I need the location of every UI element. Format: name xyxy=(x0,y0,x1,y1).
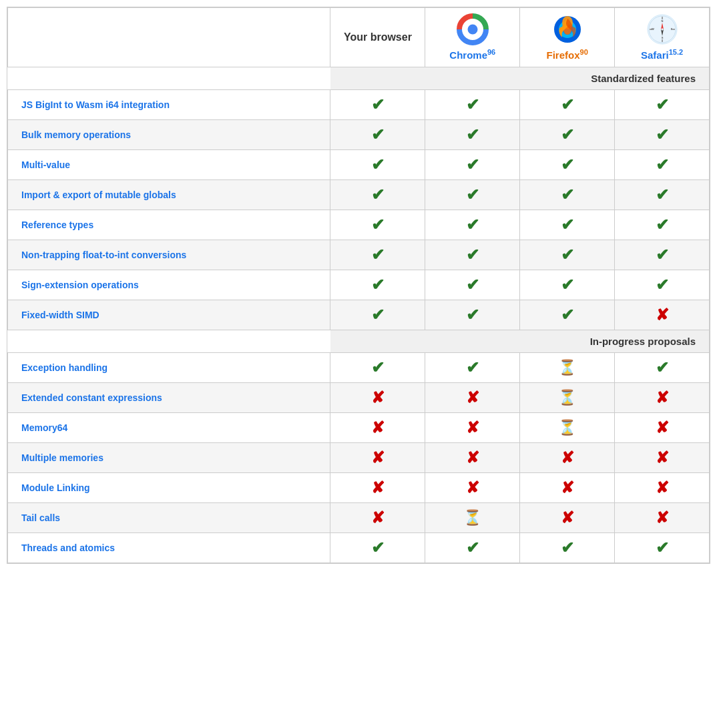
check-icon: ✔ xyxy=(561,186,574,204)
feature-name[interactable]: Module Linking xyxy=(8,473,330,503)
status-cell: ✔ xyxy=(330,180,425,210)
table-row: Sign-extension operations ✔ ✔ ✔ ✔ xyxy=(8,270,710,300)
status-cell: ✔ xyxy=(330,90,425,120)
status-cell: ✔ xyxy=(330,533,425,563)
table-header: Your browser xyxy=(8,8,710,67)
firefox-icon xyxy=(551,13,583,45)
check-icon: ✔ xyxy=(371,125,385,143)
status-cell: ✔ xyxy=(330,210,425,240)
feature-name[interactable]: Non-trapping float-to-int conversions xyxy=(8,240,330,270)
cross-icon: ✘ xyxy=(371,448,385,466)
status-cell: ✔ xyxy=(330,300,425,330)
check-icon: ✔ xyxy=(656,276,669,294)
feature-name[interactable]: Sign-extension operations xyxy=(8,270,330,300)
table-row: Non-trapping float-to-int conversions ✔ … xyxy=(8,240,710,270)
cross-icon: ✘ xyxy=(656,478,669,496)
cross-icon: ✘ xyxy=(561,478,574,496)
status-cell: ✔ xyxy=(520,533,615,563)
check-icon: ✔ xyxy=(656,125,669,143)
status-cell: ✘ xyxy=(520,443,615,473)
status-cell: ✔ xyxy=(425,180,520,210)
status-cell: ✘ xyxy=(520,503,615,533)
your-browser-label: Your browser xyxy=(344,31,412,43)
table-row: Multiple memories ✘ ✘ ✘ ✘ xyxy=(8,443,710,473)
feature-name[interactable]: Reference types xyxy=(8,210,330,240)
table-row: Multi-value ✔ ✔ ✔ ✔ xyxy=(8,150,710,180)
status-cell: ⏳ xyxy=(520,413,615,443)
section-header-row: In-progress proposals xyxy=(8,330,710,353)
status-cell: ✔ xyxy=(615,210,710,240)
feature-name[interactable]: Fixed-width SIMD xyxy=(8,300,330,330)
cross-icon: ✘ xyxy=(466,388,479,406)
status-cell: ✘ xyxy=(330,413,425,443)
check-icon: ✔ xyxy=(466,276,479,294)
check-icon: ✔ xyxy=(561,246,574,264)
cross-icon: ✘ xyxy=(466,418,479,436)
cross-icon: ✘ xyxy=(466,448,479,466)
cross-icon: ✘ xyxy=(656,508,669,526)
cross-icon: ✘ xyxy=(656,448,669,466)
check-icon: ✔ xyxy=(371,216,385,234)
status-cell: ✔ xyxy=(520,90,615,120)
status-cell: ✔ xyxy=(520,240,615,270)
status-cell: ✔ xyxy=(520,180,615,210)
status-cell: ✔ xyxy=(425,270,520,300)
cross-icon: ✘ xyxy=(466,478,479,496)
feature-name[interactable]: Multiple memories xyxy=(8,443,330,473)
safari-header: N S E W Safari15.2 xyxy=(615,8,710,67)
status-cell: ✔ xyxy=(425,210,520,240)
table-row: Bulk memory operations ✔ ✔ ✔ ✔ xyxy=(8,120,710,150)
table-row: Threads and atomics ✔ ✔ ✔ ✔ xyxy=(8,533,710,563)
status-cell: ✘ xyxy=(615,413,710,443)
safari-icon: N S E W xyxy=(646,13,678,45)
status-cell: ✔ xyxy=(425,533,520,563)
check-icon: ✔ xyxy=(371,186,385,204)
status-cell: ✔ xyxy=(615,180,710,210)
check-icon: ✔ xyxy=(561,125,574,143)
chrome-icon xyxy=(457,13,489,45)
check-icon: ✔ xyxy=(371,358,385,376)
check-icon: ✔ xyxy=(561,276,574,294)
status-cell: ✘ xyxy=(330,503,425,533)
section-header-row: Standardized features xyxy=(8,67,710,90)
feature-name[interactable]: Import & export of mutable globals xyxy=(8,180,330,210)
svg-point-2 xyxy=(467,25,477,35)
table-row: Fixed-width SIMD ✔ ✔ ✔ ✘ xyxy=(8,300,710,330)
check-icon: ✔ xyxy=(371,276,385,294)
feature-name[interactable]: Multi-value xyxy=(8,150,330,180)
table-row: Exception handling ✔ ✔ ⏳ ✔ xyxy=(8,353,710,383)
status-cell: ✘ xyxy=(615,503,710,533)
table-row: Tail calls ✘ ⏳ ✘ ✘ xyxy=(8,503,710,533)
check-icon: ✔ xyxy=(561,216,574,234)
status-cell: ✔ xyxy=(330,150,425,180)
status-cell: ✔ xyxy=(615,240,710,270)
section-header-empty xyxy=(8,67,330,90)
cross-icon: ✘ xyxy=(561,508,574,526)
table-row: Memory64 ✘ ✘ ⏳ ✘ xyxy=(8,413,710,443)
feature-name[interactable]: JS BigInt to Wasm i64 integration xyxy=(8,90,330,120)
check-icon: ✔ xyxy=(371,95,385,113)
status-cell: ✘ xyxy=(330,383,425,413)
status-cell: ✔ xyxy=(615,120,710,150)
cross-icon: ✘ xyxy=(371,508,385,526)
feature-name[interactable]: Bulk memory operations xyxy=(8,120,330,150)
feature-name[interactable]: Extended constant expressions xyxy=(8,383,330,413)
status-cell: ✘ xyxy=(615,383,710,413)
hourglass-icon: ⏳ xyxy=(463,509,481,526)
check-icon: ✔ xyxy=(466,186,479,204)
feature-name[interactable]: Memory64 xyxy=(8,413,330,443)
feature-name[interactable]: Exception handling xyxy=(8,353,330,383)
status-cell: ✔ xyxy=(520,210,615,240)
feature-name[interactable]: Tail calls xyxy=(8,503,330,533)
status-cell: ✔ xyxy=(425,150,520,180)
status-cell: ✘ xyxy=(425,443,520,473)
status-cell: ✔ xyxy=(330,120,425,150)
check-icon: ✔ xyxy=(371,155,385,173)
hourglass-icon: ⏳ xyxy=(558,419,576,436)
status-cell: ✘ xyxy=(330,473,425,503)
status-cell: ✔ xyxy=(615,90,710,120)
section-title: Standardized features xyxy=(330,67,710,90)
firefox-header: Firefox90 xyxy=(520,8,615,67)
feature-name[interactable]: Threads and atomics xyxy=(8,533,330,563)
hourglass-icon: ⏳ xyxy=(558,389,576,406)
